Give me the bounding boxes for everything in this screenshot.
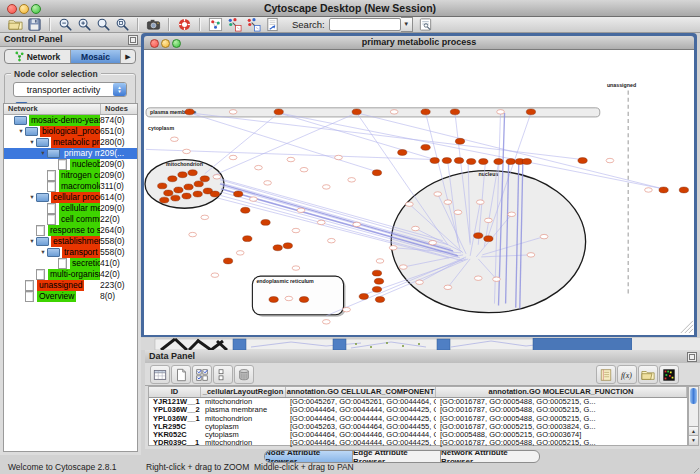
tab-network-attribute-browser[interactable]: Network Attribute Browser [441,451,539,462]
net-minimize-icon[interactable] [161,39,170,48]
search-input[interactable] [329,18,401,31]
main-toolbar: Search: ▼ [0,17,700,33]
tree-row[interactable]: ▼establishment of lo558(0) [4,236,137,247]
tree-row[interactable]: ▼cellular process614(0) [4,192,137,203]
search-label: Search: [292,19,325,30]
snapshot-camera-icon[interactable] [145,17,162,32]
table-column-header[interactable]: annotation.GO CELLULAR_COMPONENT [286,387,436,397]
tree-row[interactable]: mosaic-demo-yeast874(0) [4,115,137,126]
net-close-icon[interactable] [150,39,159,48]
expand-triangle-icon[interactable]: ▼ [28,192,36,203]
tree-row[interactable]: ▼primary metabo209(... [4,148,137,159]
expand-triangle-icon[interactable]: ▼ [28,236,36,247]
tree-column-nodes[interactable]: Nodes [101,104,137,114]
tree-row-count: 558(0) [100,236,137,247]
delete-attribute-icon[interactable] [234,365,254,384]
search-dropdown-button[interactable]: ▼ [401,17,413,32]
attribute-list-icon[interactable] [596,365,616,384]
open-session-icon[interactable] [7,17,24,32]
annotation-icon[interactable] [264,17,281,32]
folder-icon [36,237,49,246]
tree-row[interactable]: nitrogen compo209(0) [4,170,137,181]
tab-network[interactable]: Network [5,50,71,63]
network-window-titlebar: primary metabolic process [144,36,694,50]
minimize-window-icon[interactable] [19,4,29,14]
tree-row[interactable]: secretion41(0) [4,258,137,269]
tree-row[interactable]: ▼metabolic process280(0) [4,137,137,148]
scroll-down-icon[interactable]: ▼ [689,435,698,445]
new-attribute-icon[interactable] [171,365,191,384]
expand-triangle-icon[interactable]: ▼ [39,148,47,159]
heatmap-icon[interactable] [659,365,679,384]
tree-row[interactable]: multi-organism pro42(0) [4,269,137,280]
zoom-in-icon[interactable] [76,17,93,32]
control-panel-tabs: NetworkMosaic▶ [4,49,136,64]
attribute-select-dropdown[interactable]: transporter activity ▲▼ [13,82,127,97]
window-title: Cytoscape Desktop (New Session) [0,0,700,16]
tab-mosaic[interactable]: Mosaic [71,50,121,63]
table-cell: YJR121W__1 [149,398,201,406]
tree-row[interactable]: ▼biological_process651(0) [4,126,137,137]
scrollbar-thumb[interactable] [690,388,697,404]
tree-row[interactable]: cell communicat22(0) [4,214,137,225]
file-icon [47,181,56,192]
zoom-fit-icon[interactable] [114,17,131,32]
group-title: Node color selection [11,69,101,79]
save-session-icon[interactable] [26,17,43,32]
select-attributes-icon[interactable] [192,365,212,384]
expand-triangle-icon[interactable]: ▼ [17,126,25,137]
window-resize-grip[interactable] [690,464,699,473]
attribute-table-icon[interactable] [150,365,170,384]
float-panel-icon[interactable] [128,35,138,45]
tree-row-label: Overview [37,291,76,302]
zoom-window-icon[interactable] [31,4,41,14]
cytoscape-desktop: Cytoscape Desktop (New Session) Search: … [0,0,700,474]
tree-column-network[interactable]: Network [4,104,101,114]
tab-overflow-arrow[interactable]: ▶ [121,50,135,63]
table-column-header[interactable]: ID [149,387,201,397]
layout-icon-b[interactable] [245,17,262,32]
float-data-panel-icon[interactable] [687,352,697,362]
table-row[interactable]: YKR052Ccytoplasm[GO:0044464, GO:0044446,… [149,431,687,439]
tree-row-count: 209(... [100,148,137,159]
network-canvas[interactable]: plasma membranecytoplasmmitochondrionnuc… [144,50,694,335]
tree-row[interactable]: ▼transport558(0) [4,247,137,258]
formula-builder-icon[interactable]: f(x) [617,365,637,384]
zoom-out-icon[interactable] [57,17,74,32]
table-scrollbar[interactable]: ▲ ▼ [688,386,699,446]
toolbar-separator [49,18,51,31]
import-attributes-icon[interactable] [638,365,658,384]
net-zoom-icon[interactable] [172,39,181,48]
tree-row[interactable]: Overview8(0) [4,291,137,302]
help-lifebuoy-icon[interactable] [176,17,193,32]
table-row[interactable]: YJR121W__1mitochondrion[GO:0045267, GO:0… [149,398,687,406]
data-panel-header: Data Panel [145,350,700,364]
control-panel: Control Panel NetworkMosaic▶ Node color … [0,33,141,455]
table-cell: mitochondrion [201,415,286,423]
table-row[interactable]: YLR295Ccytoplasm[GO:0045263, GO:0044464,… [149,423,687,431]
expand-triangle-icon[interactable]: ▼ [39,247,47,258]
svg-text:unassigned: unassigned [607,82,636,88]
tree-row-count: 22(0) [100,214,137,225]
table-column-header[interactable]: annotation.GO MOLECULAR_FUNCTION [436,387,687,397]
tree-row[interactable]: cellular metabol209(0) [4,203,137,214]
table-row[interactable]: YDR039C__1mitochondrion[GO:0044464, GO:0… [149,439,687,447]
search-options-icon[interactable] [417,17,434,32]
tree-row[interactable]: macromolecule311(0) [4,181,137,192]
tree-row[interactable]: nucleobase-209(0) [4,159,137,170]
file-icon [47,203,56,214]
tab-edge-attribute-browser[interactable]: Edge Attribute Browser [353,451,441,462]
unselect-attributes-icon[interactable] [213,365,233,384]
table-cell: [GO:0044464, GO:0044444, GO:0044425, G..… [286,415,436,423]
table-column-header[interactable]: _cellularLayoutRegion [201,387,286,397]
network-view-icon[interactable] [207,17,224,32]
tree-row[interactable]: response to stimulu264(0) [4,225,137,236]
table-row[interactable]: YPL036W__2plasma membrane[GO:0044464, GO… [149,406,687,414]
tab-node-attribute-browser[interactable]: Node Attribute Browser [265,451,353,462]
expand-triangle-icon[interactable]: ▼ [28,137,36,148]
zoom-selected-icon[interactable] [95,17,112,32]
tree-row[interactable]: unassigned223(0) [4,280,137,291]
close-window-icon[interactable] [7,4,17,14]
layout-icon-a[interactable] [226,17,243,32]
table-row[interactable]: YPL036W__1mitochondrion[GO:0044464, GO:0… [149,415,687,423]
